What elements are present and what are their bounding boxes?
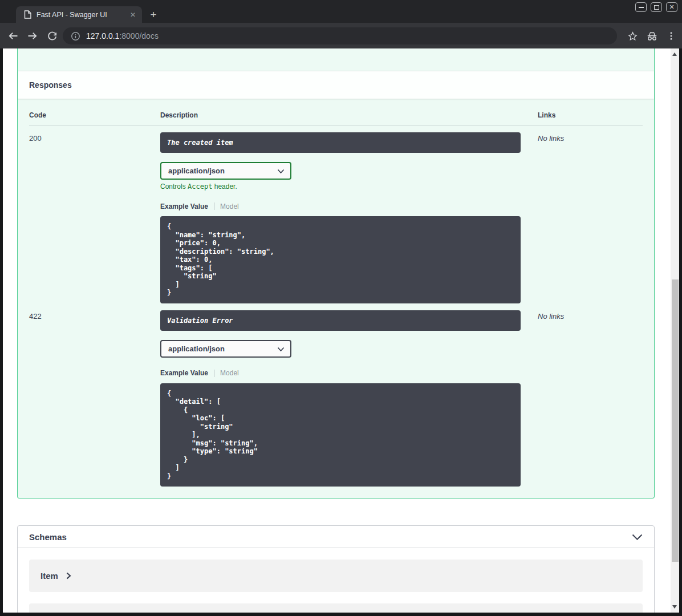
incognito-icon bbox=[646, 31, 658, 42]
post-operation-block: Responses Code Description Links 200 The… bbox=[17, 48, 655, 499]
back-button[interactable] bbox=[5, 27, 22, 44]
column-header-code: Code bbox=[29, 111, 160, 119]
media-type-select[interactable]: application/json bbox=[160, 340, 291, 358]
response-description: The created item bbox=[160, 132, 521, 153]
forward-button[interactable] bbox=[24, 27, 41, 44]
back-arrow-icon bbox=[7, 30, 19, 42]
reload-icon bbox=[47, 30, 58, 41]
browser-toolbar: 127.0.0.1:8000/docs bbox=[0, 23, 682, 48]
tab-model[interactable]: Model bbox=[220, 369, 239, 377]
window-frame-left bbox=[0, 48, 3, 616]
chevron-down-icon bbox=[277, 347, 285, 352]
tab-divider bbox=[214, 370, 214, 377]
tab-example-value[interactable]: Example Value bbox=[160, 369, 208, 377]
tab-close-button[interactable]: ✕ bbox=[128, 11, 137, 19]
minimize-icon bbox=[639, 7, 644, 8]
example-json-block: { "detail": [ { "loc": [ "string" ], "ms… bbox=[160, 383, 521, 487]
responses-table-header: Code Description Links bbox=[29, 99, 643, 125]
response-code: 200 bbox=[29, 132, 160, 143]
example-model-tabs: Example Value Model bbox=[160, 202, 538, 210]
column-header-links: Links bbox=[538, 111, 643, 119]
schema-item-card[interactable]: Item bbox=[29, 560, 643, 592]
maximize-icon bbox=[654, 5, 659, 10]
site-info-icon[interactable] bbox=[71, 31, 80, 41]
page-viewport: Responses Code Description Links 200 The… bbox=[3, 48, 679, 613]
window-frame-bottom bbox=[0, 613, 682, 616]
forward-arrow-icon bbox=[27, 30, 38, 42]
responses-title: Responses bbox=[29, 80, 72, 90]
accept-header-note: Controls Accept header. bbox=[160, 183, 538, 191]
opblock-spacer bbox=[18, 48, 654, 71]
links-cell: No links bbox=[538, 310, 643, 321]
chevron-right-icon bbox=[66, 572, 71, 579]
window-close-button[interactable]: ✕ bbox=[666, 2, 677, 12]
browser-tab[interactable]: Fast API - Swagger UI ✕ bbox=[16, 6, 142, 23]
response-row-200: 200 The created item application/json Co… bbox=[29, 125, 643, 303]
column-header-description: Description bbox=[160, 111, 538, 119]
close-icon: ✕ bbox=[669, 4, 674, 10]
links-cell: No links bbox=[538, 132, 643, 143]
media-type-value: application/json bbox=[168, 345, 225, 353]
response-row-422: 422 Validation Error application/json Ex… bbox=[29, 303, 643, 487]
url-text: 127.0.0.1:8000/docs bbox=[86, 31, 159, 40]
response-description: Validation Error bbox=[160, 310, 521, 331]
schemas-title: Schemas bbox=[29, 532, 67, 542]
menu-kebab-icon[interactable] bbox=[666, 31, 676, 41]
scrollbar-down-button[interactable] bbox=[672, 605, 677, 609]
scrollbar-up-button[interactable] bbox=[672, 52, 677, 56]
schemas-header[interactable]: Schemas bbox=[18, 526, 654, 548]
scrollbar-track[interactable] bbox=[671, 48, 679, 613]
window-maximize-button[interactable] bbox=[651, 2, 662, 12]
example-json-block: { "name": "string", "price": 0, "descrip… bbox=[160, 216, 521, 303]
scrollbar-thumb[interactable] bbox=[672, 279, 679, 562]
schemas-section: Schemas Item ValidationError bbox=[17, 525, 655, 613]
response-code: 422 bbox=[29, 310, 160, 321]
media-type-select[interactable]: application/json bbox=[160, 162, 291, 180]
document-icon bbox=[24, 10, 31, 19]
media-type-value: application/json bbox=[168, 167, 225, 175]
schema-validationerror-card[interactable]: ValidationError bbox=[29, 603, 643, 613]
tab-divider bbox=[214, 202, 214, 210]
chevron-down-icon bbox=[632, 534, 643, 540]
window-frame-right bbox=[679, 48, 682, 616]
window-minimize-button[interactable] bbox=[635, 2, 647, 12]
address-bar[interactable]: 127.0.0.1:8000/docs bbox=[63, 27, 617, 44]
chevron-down-icon bbox=[277, 169, 285, 174]
responses-section-header: Responses bbox=[18, 71, 654, 99]
tab-model[interactable]: Model bbox=[220, 202, 239, 210]
reload-button[interactable] bbox=[43, 27, 60, 44]
bookmark-star-icon[interactable] bbox=[627, 31, 638, 42]
schema-name: Item bbox=[40, 571, 58, 581]
browser-titlebar: Fast API - Swagger UI ✕ + ✕ bbox=[0, 0, 682, 23]
url-path: :8000/docs bbox=[119, 31, 159, 40]
tab-title: Fast API - Swagger UI bbox=[36, 11, 128, 19]
example-model-tabs: Example Value Model bbox=[160, 369, 538, 378]
new-tab-button[interactable]: + bbox=[147, 9, 160, 22]
tab-example-value[interactable]: Example Value bbox=[160, 202, 208, 210]
url-host: 127.0.0.1 bbox=[86, 31, 119, 40]
